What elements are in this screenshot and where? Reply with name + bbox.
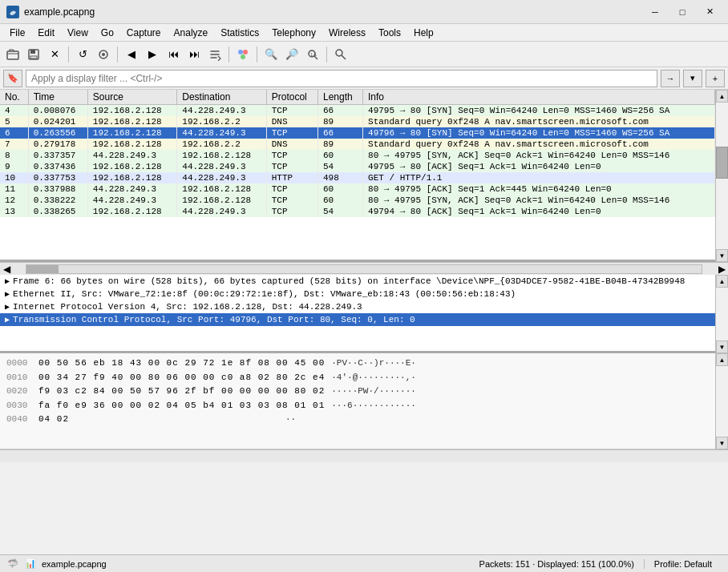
status-shark-icon: 🦈 (6, 558, 19, 570)
colorize-button[interactable] (233, 45, 253, 64)
menu-telephony[interactable]: Telephony (265, 26, 322, 40)
col-destination[interactable]: Destination (177, 90, 266, 105)
expand-arrow-icon[interactable]: ▶ (5, 302, 10, 312)
reload-button[interactable]: ↺ (73, 45, 92, 64)
packet-list[interactable]: No. Time Source Destination Protocol Len… (0, 90, 715, 262)
table-row[interactable]: 100.337753192.168.2.12844.228.249.3HTTP4… (0, 172, 715, 183)
menu-wireless[interactable]: Wireless (322, 26, 372, 40)
packet-detail[interactable]: ▶Frame 6: 66 bytes on wire (528 bits), 6… (0, 275, 715, 353)
scroll-up-button[interactable]: ▲ (716, 90, 728, 103)
hex-offset: 0030 (6, 399, 32, 413)
detail-text: Frame 6: 66 bytes on wire (528 bits), 66… (13, 276, 685, 286)
find-button[interactable] (331, 45, 350, 64)
hex-scroll-down[interactable]: ▼ (716, 437, 728, 449)
zoom-in-button[interactable]: 🔍 (261, 45, 281, 64)
menu-edit[interactable]: Edit (31, 26, 61, 40)
scroll-track[interactable] (716, 103, 728, 249)
scroll-down-button[interactable]: ▼ (716, 249, 728, 262)
menu-help[interactable]: Help (407, 26, 440, 40)
svg-point-8 (241, 54, 245, 59)
menu-statistics[interactable]: Statistics (214, 26, 265, 40)
filter-dropdown-button[interactable]: ▾ (683, 70, 702, 87)
hex-ascii: ·PV··C··)r····E· (331, 356, 416, 371)
bottom-h-scrollbar[interactable] (0, 449, 728, 462)
window-title: example.pcapng (24, 6, 643, 18)
table-row[interactable]: 70.279178192.168.2.128192.168.2.2DNS89St… (0, 139, 715, 150)
scroll-thumb[interactable] (716, 147, 728, 179)
menu-capture[interactable]: Capture (120, 26, 168, 40)
detail-row[interactable]: ▶Internet Protocol Version 4, Src: 192.1… (0, 300, 715, 313)
packet-list-section: No. Time Source Destination Protocol Len… (0, 90, 728, 262)
hex-bytes: 00 50 56 eb 18 43 00 0c 29 72 1e 8f 08 0… (38, 356, 325, 371)
filter-arrow-button[interactable]: → (661, 70, 680, 87)
packet-list-scrollbar[interactable]: ▲ ▼ (715, 90, 728, 262)
status-profile: Profile: Default (645, 559, 722, 569)
detail-scroll-track[interactable] (716, 288, 728, 340)
filter-input[interactable] (26, 70, 657, 87)
zoom-out-button[interactable]: 🔎 (282, 45, 301, 64)
close-capture-button[interactable]: ✕ (45, 45, 64, 64)
close-button[interactable]: ✕ (698, 4, 722, 20)
maximize-button[interactable]: □ (670, 4, 694, 20)
menu-go[interactable]: Go (95, 26, 120, 40)
table-row[interactable]: 50.024201192.168.2.128192.168.2.2DNS89St… (0, 116, 715, 127)
h-scroll-thumb[interactable] (26, 265, 59, 273)
save-button[interactable] (24, 45, 43, 64)
capture-options-button[interactable] (94, 45, 113, 64)
next-packet-button[interactable]: ▶ (143, 45, 162, 64)
detail-row[interactable]: ▶Frame 6: 66 bytes on wire (528 bits), 6… (0, 275, 715, 288)
h-scroll-track[interactable] (26, 264, 702, 274)
sep2 (117, 46, 118, 62)
table-row[interactable]: 110.33798844.228.249.3192.168.2.128TCP60… (0, 183, 715, 195)
svg-line-13 (342, 55, 346, 59)
hex-scroll-up[interactable]: ▲ (716, 353, 728, 366)
open-button[interactable] (3, 45, 22, 64)
expand-arrow-icon[interactable]: ▶ (5, 289, 10, 299)
table-row[interactable]: 90.337436192.168.2.12844.228.249.3TCP544… (0, 161, 715, 172)
detail-scroll-up[interactable]: ▲ (716, 275, 728, 288)
hex-line: 000000 50 56 eb 18 43 00 0c 29 72 1e 8f … (6, 356, 709, 371)
packet-h-scrollbar[interactable]: ◀ ▶ (0, 262, 728, 275)
col-length[interactable]: Length (318, 90, 363, 105)
filter-add-button[interactable]: + (706, 70, 725, 87)
col-no[interactable]: No. (0, 90, 28, 105)
col-info[interactable]: Info (363, 90, 715, 105)
table-row[interactable]: 80.33735744.228.249.3192.168.2.128TCP608… (0, 150, 715, 161)
toolbar: ✕ ↺ ◀ ▶ ⏮ ⏭ 🔍 🔎 1:1 (0, 42, 728, 67)
col-source[interactable]: Source (87, 90, 176, 105)
svg-point-5 (102, 53, 105, 56)
last-packet-button[interactable]: ⏭ (184, 45, 204, 64)
menu-file[interactable]: File (3, 26, 31, 40)
autoscroll-button[interactable] (205, 45, 224, 64)
prev-packet-button[interactable]: ◀ (122, 45, 141, 64)
zoom-reset-button[interactable]: 1:1 (303, 45, 322, 64)
menu-tools[interactable]: Tools (372, 26, 407, 40)
table-row[interactable]: 40.008076192.168.2.12844.228.249.3TCP664… (0, 105, 715, 117)
menu-analyze[interactable]: Analyze (168, 26, 215, 40)
table-row[interactable]: 130.338265192.168.2.12844.228.249.3TCP54… (0, 206, 715, 217)
menu-view[interactable]: View (61, 26, 95, 40)
detail-row[interactable]: ▶Transmission Control Protocol, Src Port… (0, 313, 715, 326)
hex-offset: 0010 (6, 371, 32, 385)
expand-arrow-icon[interactable]: ▶ (5, 276, 10, 286)
hex-scrollbar[interactable]: ▲ ▼ (715, 353, 728, 449)
table-row[interactable]: 120.33822244.228.249.3192.168.2.128TCP60… (0, 195, 715, 206)
minimize-button[interactable]: ─ (643, 4, 667, 20)
hex-scroll-track[interactable] (716, 366, 728, 437)
filter-bar: 🔖 → ▾ + (0, 67, 728, 90)
status-filename: example.pcapng (42, 559, 107, 569)
first-packet-button[interactable]: ⏮ (164, 45, 183, 64)
sep5 (326, 46, 327, 62)
detail-scrollbar[interactable]: ▲ ▼ (715, 275, 728, 353)
col-protocol[interactable]: Protocol (266, 90, 317, 105)
hex-view: 000000 50 56 eb 18 43 00 0c 29 72 1e 8f … (0, 353, 715, 449)
table-row[interactable]: 60.263556192.168.2.12844.228.249.3TCP664… (0, 127, 715, 139)
filter-bookmark-button[interactable]: 🔖 (3, 70, 22, 87)
detail-row[interactable]: ▶Ethernet II, Src: VMware_72:1e:8f (00:0… (0, 288, 715, 300)
detail-scroll-down[interactable]: ▼ (716, 340, 728, 353)
expand-arrow-icon[interactable]: ▶ (5, 315, 10, 324)
hex-offset: 0040 (6, 413, 32, 427)
col-time[interactable]: Time (28, 90, 87, 105)
svg-point-6 (238, 50, 243, 54)
hex-line: 0020f9 03 c2 84 00 50 57 96 2f bf 00 00 … (6, 385, 709, 399)
